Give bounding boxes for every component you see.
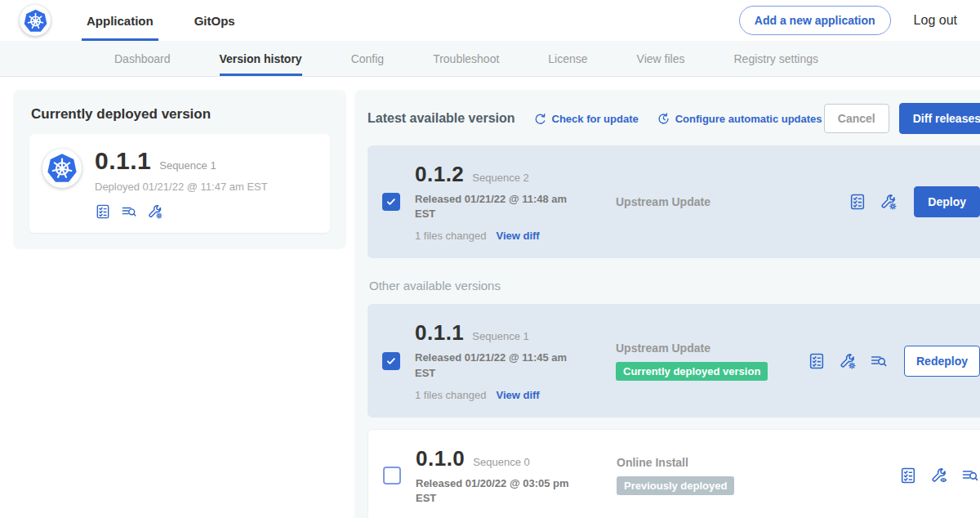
subnav-item-dashboard[interactable]: Dashboard	[114, 41, 171, 76]
version-0-1-0-checkbox[interactable]	[383, 467, 401, 485]
preflight-checks-icon[interactable]	[849, 193, 866, 211]
deploy-button[interactable]: Deploy	[914, 186, 980, 217]
subnav-item-troubleshoot[interactable]: Troubleshoot	[433, 41, 499, 76]
files-changed-label: 1 files changed	[415, 389, 486, 401]
configure-automatic-updates-label: Configure automatic updates	[675, 113, 822, 125]
logout-button[interactable]: Log out	[914, 13, 957, 28]
checkmark-icon	[385, 355, 397, 367]
configure-automatic-updates-link[interactable]: Configure automatic updates	[657, 112, 822, 126]
version-info: 0.1.1 Sequence 1 Released 01/21/22 @ 11:…	[415, 320, 593, 400]
released-timestamp: Released 01/20/22 @ 03:05 pm EST	[416, 476, 579, 506]
main-content: Currently deployed version 0.1.1 Sequenc…	[0, 77, 980, 518]
deployed-version-info: 0.1.1 Sequence 1 Deployed 01/21/22 @ 11:…	[95, 147, 268, 220]
version-number: 0.1.1	[415, 320, 464, 346]
sequence-label: Sequence 2	[472, 172, 528, 184]
preflight-checks-icon[interactable]	[95, 203, 111, 220]
files-changed-label: 1 files changed	[415, 230, 486, 242]
available-versions-panel: Latest available version Check for updat…	[354, 90, 980, 518]
cancel-button[interactable]: Cancel	[824, 104, 889, 133]
version-number: 0.1.2	[415, 162, 464, 187]
schedule-icon	[657, 112, 670, 126]
edit-config-icon[interactable]	[880, 193, 898, 211]
deployed-version-card: 0.1.1 Sequence 1 Deployed 01/21/22 @ 11:…	[29, 134, 330, 233]
subnav-item-version-history[interactable]: Version history	[220, 41, 302, 76]
check-for-update-link[interactable]: Check for update	[533, 112, 639, 126]
sequence-label: Sequence 1	[472, 330, 528, 342]
version-actions: Redeploy	[808, 346, 980, 377]
deploy-logs-icon[interactable]	[961, 467, 979, 485]
version-source: Online Install Previously deployed	[617, 456, 808, 495]
source-label: Upstream Update	[616, 195, 808, 208]
subnav-item-license[interactable]: License	[548, 41, 587, 76]
other-available-versions-title: Other available versions	[369, 279, 980, 292]
top-nav-tabs: Application GitOps	[82, 0, 271, 41]
released-timestamp: Released 01/21/22 @ 11:45 am EST	[415, 351, 578, 380]
tab-application[interactable]: Application	[82, 0, 158, 41]
version-card-0-1-1: 0.1.1 Sequence 1 Released 01/21/22 @ 11:…	[368, 304, 980, 417]
deploy-logs-icon[interactable]	[870, 352, 888, 370]
edit-config-icon[interactable]	[147, 203, 163, 220]
deployed-timestamp: Deployed 01/21/22 @ 11:47 am EST	[95, 181, 268, 193]
view-diff-link[interactable]: View diff	[496, 389, 539, 401]
edit-config-icon[interactable]	[839, 352, 857, 370]
updates-header: Latest available version Check for updat…	[368, 103, 980, 134]
preflight-checks-icon[interactable]	[808, 352, 826, 370]
version-source: Upstream Update	[616, 195, 808, 208]
source-label: Online Install	[617, 456, 808, 469]
version-number: 0.1.0	[416, 446, 465, 471]
check-for-update-label: Check for update	[552, 113, 639, 125]
version-info: 0.1.0 Sequence 0 Released 01/20/22 @ 03:…	[416, 446, 594, 506]
version-actions: Deploy	[849, 186, 980, 217]
view-config-icon[interactable]	[930, 467, 948, 485]
version-0-1-2-checkbox[interactable]	[382, 193, 400, 211]
currently-deployed-title: Currently deployed version	[31, 106, 330, 123]
diff-releases-button[interactable]: Diff releases	[899, 103, 980, 134]
app-kubernetes-icon	[42, 149, 82, 188]
sequence-label: Sequence 0	[473, 456, 529, 468]
refresh-icon	[533, 112, 547, 126]
view-diff-link[interactable]: View diff	[496, 230, 539, 242]
deployed-version-actions	[95, 203, 268, 220]
kubernetes-logo-icon	[20, 5, 51, 36]
add-new-application-button[interactable]: Add a new application	[739, 6, 891, 35]
subnav-item-config[interactable]: Config	[351, 41, 384, 76]
source-label: Upstream Update	[616, 342, 808, 355]
latest-available-title: Latest available version	[368, 111, 515, 126]
version-card-0-1-2: 0.1.2 Sequence 2 Released 01/21/22 @ 11:…	[368, 145, 980, 258]
app-sub-nav: Dashboard Version history Config Trouble…	[0, 41, 980, 77]
checkmark-icon	[385, 196, 397, 208]
deployed-sequence-label: Sequence 1	[159, 159, 216, 172]
deployed-version-number: 0.1.1	[95, 147, 151, 175]
tab-gitops[interactable]: GitOps	[189, 0, 240, 41]
version-card-0-1-0: 0.1.0 Sequence 0 Released 01/20/22 @ 03:…	[368, 429, 980, 518]
top-nav: Application GitOps Add a new application…	[0, 0, 980, 41]
subnav-item-registry-settings[interactable]: Registry settings	[733, 41, 817, 76]
preflight-checks-icon[interactable]	[899, 467, 917, 485]
version-actions	[899, 467, 979, 485]
version-0-1-1-checkbox[interactable]	[382, 352, 400, 370]
subnav-item-view-files[interactable]: View files	[637, 41, 685, 76]
currently-deployed-badge: Currently deployed version	[616, 362, 768, 381]
released-timestamp: Released 01/21/22 @ 11:48 am EST	[415, 192, 578, 221]
previously-deployed-badge: Previously deployed	[617, 476, 734, 495]
currently-deployed-panel: Currently deployed version 0.1.1 Sequenc…	[13, 90, 346, 249]
redeploy-button[interactable]: Redeploy	[904, 346, 980, 377]
version-source: Upstream Update Currently deployed versi…	[616, 342, 808, 381]
version-info: 0.1.2 Sequence 2 Released 01/21/22 @ 11:…	[415, 162, 593, 242]
deploy-logs-icon[interactable]	[121, 203, 137, 220]
